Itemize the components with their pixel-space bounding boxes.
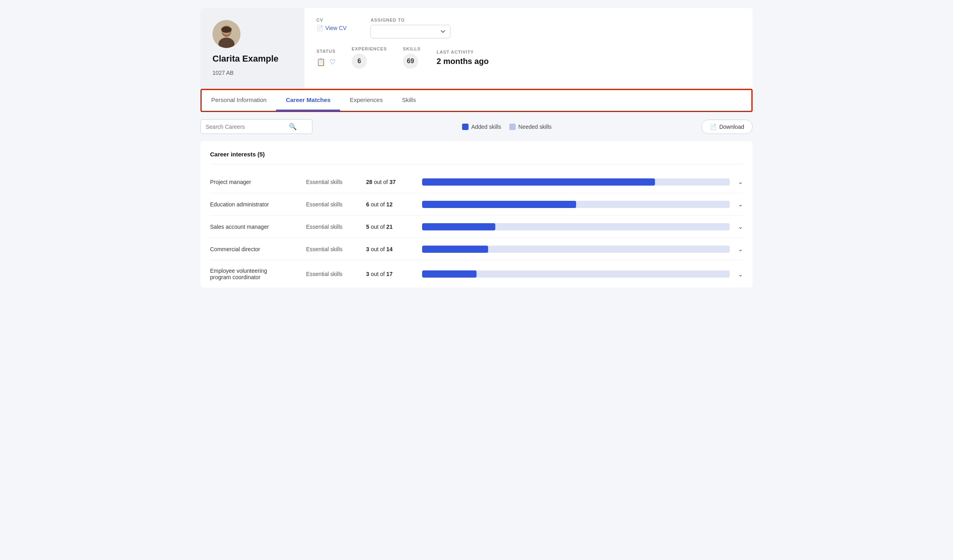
tab-experiences[interactable]: Experiences: [340, 90, 392, 111]
view-cv-link[interactable]: 📄 View CV: [316, 25, 346, 31]
skills-score-4: 3 out of 17: [366, 271, 414, 277]
skills-bar-fill-1: [422, 201, 576, 208]
legend-added: Added skills: [462, 124, 501, 130]
needed-skills-label: Needed skills: [519, 124, 552, 130]
cv-label: CV: [316, 18, 346, 22]
profile-name: Clarita Example: [212, 54, 292, 64]
profile-header: Clarita Example 1027 AB CV 📄 View CV ASS…: [200, 8, 753, 88]
career-row-2: Sales account manager Essential skills 5…: [210, 216, 743, 238]
cv-row: CV 📄 View CV ASSIGNED TO: [316, 18, 741, 38]
assigned-to-select[interactable]: [370, 25, 450, 38]
tab-skills[interactable]: Skills: [392, 90, 426, 111]
career-name-4: Employee volunteering program coordinato…: [210, 268, 298, 280]
skills-score-3: 3 out of 14: [366, 246, 414, 252]
last-activity-label: LAST ACTIVITY: [436, 50, 489, 54]
essential-label-1: Essential skills: [306, 201, 358, 208]
skills-badge: 69: [403, 54, 418, 69]
essential-label-0: Essential skills: [306, 179, 358, 185]
status-label: STATUS: [316, 49, 336, 54]
essential-label-4: Essential skills: [306, 271, 358, 277]
avatar: [212, 20, 240, 48]
needed-skills-dot: [509, 124, 516, 130]
skills-score-1: 6 out of 12: [366, 201, 414, 208]
chevron-icon-0[interactable]: ⌄: [738, 178, 743, 186]
download-button[interactable]: 📄 Download: [701, 120, 753, 134]
skills-bar-3: [422, 246, 730, 253]
controls-row: 🔍 Added skills Needed skills 📄 Download: [200, 112, 753, 141]
career-list: Project manager Essential skills 28 out …: [210, 171, 743, 288]
skills-bar-4: [422, 270, 730, 278]
tabs-bar: Personal Information Career Matches Expe…: [200, 89, 753, 112]
legend: Added skills Needed skills: [462, 124, 552, 130]
chevron-icon-4[interactable]: ⌄: [738, 270, 743, 278]
career-interests-title: Career interests (5): [210, 151, 743, 164]
profile-left: Clarita Example 1027 AB: [200, 8, 304, 88]
career-name-0: Project manager: [210, 179, 298, 185]
skills-score-0: 28 out of 37: [366, 179, 414, 185]
tab-personal-info[interactable]: Personal Information: [202, 90, 276, 111]
chevron-icon-2[interactable]: ⌄: [738, 223, 743, 230]
added-skills-label: Added skills: [471, 124, 501, 130]
career-name-2: Sales account manager: [210, 224, 298, 230]
skills-section: SKILLS 69: [403, 46, 420, 69]
added-skills-dot: [462, 124, 468, 130]
legend-needed: Needed skills: [509, 124, 552, 130]
skills-bar-fill-2: [422, 223, 495, 230]
skills-score-2: 5 out of 21: [366, 224, 414, 230]
essential-label-3: Essential skills: [306, 246, 358, 252]
skills-bar-fill-0: [422, 178, 655, 186]
stats-row: STATUS 📋 ♡ EXPERIENCES 6 SKILLS 69: [316, 46, 741, 69]
search-input[interactable]: [206, 124, 286, 130]
page: Clarita Example 1027 AB CV 📄 View CV ASS…: [192, 0, 761, 560]
cv-section: CV 📄 View CV: [316, 18, 346, 31]
skills-bar-1: [422, 201, 730, 208]
skills-label: SKILLS: [403, 46, 420, 51]
status-icons: 📋 ♡: [316, 58, 336, 66]
career-name-3: Commercial director: [210, 246, 298, 252]
skills-bar-fill-3: [422, 246, 488, 253]
last-activity-section: LAST ACTIVITY 2 months ago: [436, 50, 489, 66]
experiences-badge: 6: [352, 54, 367, 69]
career-row-0: Project manager Essential skills 28 out …: [210, 171, 743, 193]
profile-right: CV 📄 View CV ASSIGNED TO STAT: [304, 8, 753, 88]
last-activity-value: 2 months ago: [436, 57, 489, 66]
search-box: 🔍: [200, 119, 312, 134]
assigned-to-section: ASSIGNED TO: [370, 18, 450, 38]
download-icon: 📄: [710, 124, 717, 130]
save-status-icon[interactable]: 📋: [316, 58, 325, 66]
search-icon: 🔍: [289, 123, 297, 130]
heart-status-icon[interactable]: ♡: [329, 58, 336, 66]
skills-bar-2: [422, 223, 730, 230]
career-interests-card: Career interests (5) Project manager Ess…: [200, 141, 753, 288]
tab-career-matches[interactable]: Career Matches: [276, 90, 340, 111]
essential-label-2: Essential skills: [306, 224, 358, 230]
assigned-to-label: ASSIGNED TO: [370, 18, 450, 22]
skills-bar-fill-4: [422, 270, 476, 278]
download-label: Download: [719, 124, 744, 130]
svg-point-4: [221, 26, 232, 33]
experiences-section: EXPERIENCES 6: [352, 46, 387, 69]
status-section: STATUS 📋 ♡: [316, 49, 336, 66]
skills-bar-0: [422, 178, 730, 186]
chevron-icon-1[interactable]: ⌄: [738, 200, 743, 208]
career-row-4: Employee volunteering program coordinato…: [210, 260, 743, 288]
career-row-3: Commercial director Essential skills 3 o…: [210, 238, 743, 260]
profile-location: 1027 AB: [212, 70, 292, 76]
file-icon: 📄: [316, 25, 323, 31]
chevron-icon-3[interactable]: ⌄: [738, 245, 743, 253]
career-name-1: Education administrator: [210, 201, 298, 208]
experiences-label: EXPERIENCES: [352, 46, 387, 51]
career-row-1: Education administrator Essential skills…: [210, 193, 743, 216]
